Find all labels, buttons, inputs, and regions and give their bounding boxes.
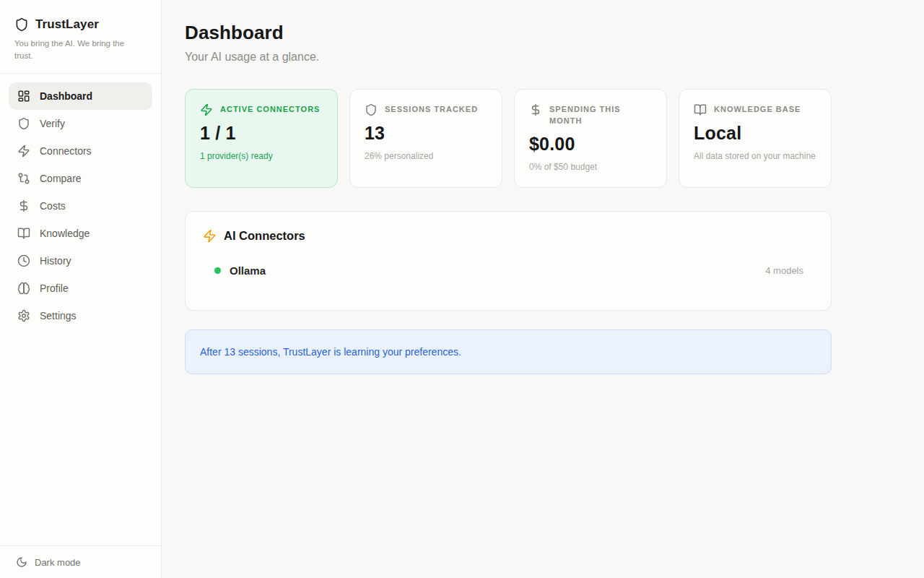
connector-row-ollama[interactable]: Ollama 4 models — [203, 264, 814, 277]
zap-icon — [200, 103, 213, 116]
connector-models-count: 4 models — [765, 265, 803, 276]
brain-icon — [17, 282, 30, 295]
sidebar-item-dashboard[interactable]: Dashboard — [9, 82, 152, 110]
stat-card-spending: SPENDING THIS MONTH $0.00 0% of $50 budg… — [514, 89, 667, 188]
logo-block: TrustLayer You bring the AI. We bring th… — [0, 0, 161, 74]
sidebar-item-label: Compare — [40, 173, 82, 184]
stat-subtext: 1 provider(s) ready — [200, 150, 323, 163]
zap-icon — [203, 229, 217, 243]
sidebar-item-label: Profile — [40, 282, 69, 294]
stat-subtext: 26% personalized — [365, 150, 487, 163]
gear-icon — [17, 309, 30, 322]
clock-icon — [17, 254, 30, 267]
sidebar-item-compare[interactable]: Compare — [9, 165, 152, 192]
app-title: TrustLayer — [35, 17, 99, 32]
sidebar-item-history[interactable]: History — [9, 247, 152, 275]
shield-logo-icon — [14, 17, 29, 32]
ai-connectors-panel: AI Connectors Ollama 4 models — [185, 211, 832, 311]
layout-dashboard-icon — [17, 90, 30, 103]
online-status-dot — [214, 267, 221, 274]
stat-label: SPENDING THIS MONTH — [549, 103, 652, 127]
book-open-icon — [17, 227, 30, 240]
dark-mode-toggle[interactable]: Dark mode — [0, 545, 161, 578]
sidebar-item-label: Knowledge — [40, 228, 90, 239]
stats-grid: ACTIVE CONNECTORS 1 / 1 1 provider(s) re… — [185, 89, 832, 188]
sidebar-nav: Dashboard Verify Connectors — [0, 74, 161, 338]
main-content: Dashboard Your AI usage at a glance. ACT… — [162, 0, 924, 578]
stat-value: Local — [694, 123, 816, 144]
stat-label: SESSIONS TRACKED — [385, 103, 478, 116]
panel-title: AI Connectors — [224, 229, 305, 243]
stat-value: 1 / 1 — [200, 123, 323, 144]
stat-subtext: All data stored on your machine — [694, 150, 816, 163]
connector-name: Ollama — [230, 264, 266, 277]
stat-card-active-connectors: ACTIVE CONNECTORS 1 / 1 1 provider(s) re… — [185, 89, 338, 188]
moon-icon — [16, 556, 27, 568]
page-subtitle: Your AI usage at a glance. — [185, 51, 901, 64]
stat-value: $0.00 — [529, 134, 652, 155]
stat-label: ACTIVE CONNECTORS — [220, 103, 320, 116]
sidebar-item-profile[interactable]: Profile — [9, 275, 152, 302]
sidebar-item-settings[interactable]: Settings — [9, 302, 152, 329]
book-open-icon — [694, 103, 707, 116]
learning-info-banner: After 13 sessions, TrustLayer is learnin… — [185, 329, 832, 374]
sidebar-item-verify[interactable]: Verify — [9, 110, 152, 137]
sidebar-item-label: Dashboard — [40, 90, 92, 102]
stat-card-knowledge-base: KNOWLEDGE BASE Local All data stored on … — [679, 89, 832, 188]
sidebar-item-label: History — [40, 255, 71, 267]
dark-mode-label: Dark mode — [35, 557, 81, 568]
page-title: Dashboard — [185, 22, 901, 44]
app-tagline: You bring the AI. We bring the trust. — [14, 38, 144, 61]
stat-subtext: 0% of $50 budget — [529, 161, 652, 173]
sidebar-item-label: Costs — [40, 200, 66, 212]
sidebar-item-connectors[interactable]: Connectors — [9, 137, 152, 165]
sidebar-item-knowledge[interactable]: Knowledge — [9, 220, 152, 247]
stat-value: 13 — [365, 123, 487, 144]
shield-icon — [365, 103, 378, 116]
sidebar: TrustLayer You bring the AI. We bring th… — [0, 0, 162, 578]
sidebar-item-label: Connectors — [40, 145, 92, 157]
dollar-icon — [529, 103, 542, 116]
shield-icon — [17, 117, 30, 130]
dollar-icon — [17, 199, 30, 212]
stat-label: KNOWLEDGE BASE — [714, 103, 801, 116]
git-compare-icon — [17, 172, 30, 185]
sidebar-item-costs[interactable]: Costs — [9, 192, 152, 220]
stat-card-sessions-tracked: SESSIONS TRACKED 13 26% personalized — [349, 89, 502, 188]
sidebar-item-label: Settings — [40, 310, 77, 322]
banner-text: After 13 sessions, TrustLayer is learnin… — [200, 346, 461, 358]
zap-icon — [17, 144, 30, 158]
sidebar-item-label: Verify — [40, 118, 65, 129]
